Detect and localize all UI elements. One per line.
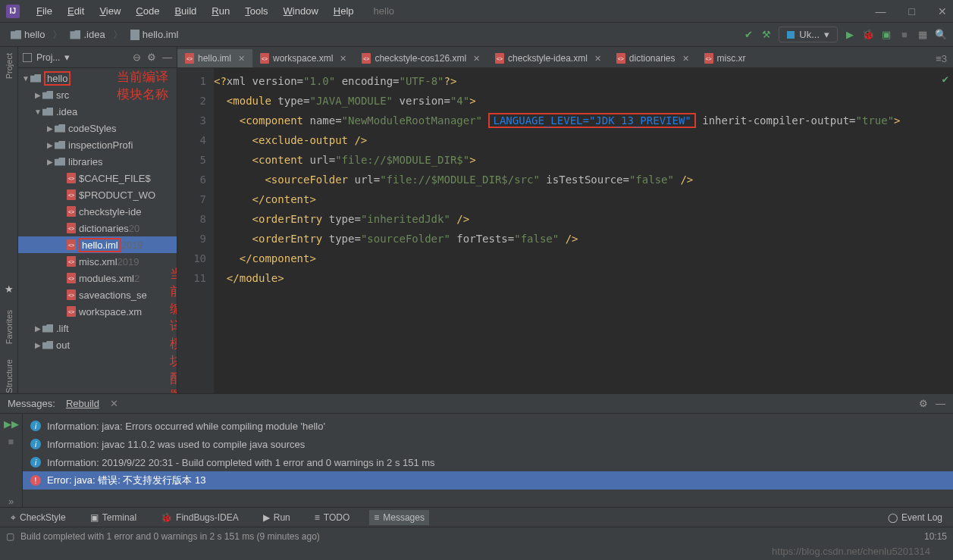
- maximize-button[interactable]: □: [909, 5, 915, 17]
- menu-view[interactable]: View: [92, 2, 128, 20]
- tree-item[interactable]: ▶inspectionProfi: [18, 136, 177, 153]
- chevron-down-icon[interactable]: ▾: [64, 52, 70, 63]
- annotation: 当前编译模块名称: [117, 68, 177, 103]
- minimize-button[interactable]: —: [876, 5, 886, 17]
- window-title: hello: [374, 5, 394, 17]
- menu-edit[interactable]: Edit: [60, 2, 92, 20]
- rail-favorites[interactable]: Favorites: [5, 310, 14, 344]
- run-button[interactable]: ▶: [844, 29, 856, 41]
- folder-icon: [42, 91, 53, 99]
- close-icon[interactable]: ✕: [682, 54, 689, 64]
- event-log-button[interactable]: ◯ Event Log: [883, 510, 947, 525]
- rail-structure[interactable]: Structure: [5, 359, 14, 393]
- close-tab-icon[interactable]: ✕: [110, 398, 118, 409]
- rail-project[interactable]: Project: [5, 53, 14, 79]
- editor-tab[interactable]: <>misc.xr: [697, 49, 754, 67]
- checkmark-icon[interactable]: ✔: [742, 29, 754, 41]
- tree-item[interactable]: <>$CACHE_FILE$: [18, 170, 177, 186]
- menu-tools[interactable]: Tools: [237, 2, 275, 20]
- breadcrumb-item[interactable]: hello: [6, 27, 49, 42]
- editor-tab[interactable]: <>hello.iml✕: [177, 49, 252, 67]
- menu-help[interactable]: Help: [326, 2, 362, 20]
- close-icon[interactable]: ✕: [238, 54, 245, 64]
- close-icon[interactable]: ✕: [340, 54, 346, 64]
- breadcrumb-item[interactable]: hello.iml: [126, 27, 183, 42]
- tree-item[interactable]: <>workspace.xm: [18, 303, 177, 320]
- tree-item[interactable]: ▶libraries: [18, 153, 177, 170]
- tool-tab-messages[interactable]: ≡Messages: [369, 510, 429, 525]
- coverage-button[interactable]: ▣: [880, 29, 892, 41]
- app-icon: IJ: [6, 5, 20, 18]
- left-tool-rail: Project ★ Favorites Structure: [0, 47, 18, 393]
- rerun-icon[interactable]: ▶▶: [4, 418, 19, 430]
- menu-run[interactable]: Run: [204, 2, 237, 20]
- tool-tab-todo[interactable]: ≡TODO: [310, 510, 354, 525]
- folder-icon: [42, 341, 53, 349]
- gutter: 1234567891011: [177, 68, 214, 393]
- star-icon[interactable]: ★: [5, 283, 14, 295]
- message-row[interactable]: iInformation: javac 11.0.2 was used to c…: [23, 435, 953, 453]
- tool-tab-terminal[interactable]: ▣Terminal: [86, 510, 141, 525]
- editor-tab[interactable]: <>checkstyle-idea.xml✕: [487, 49, 609, 67]
- status-icon[interactable]: ▢: [6, 531, 14, 542]
- close-icon[interactable]: ✕: [473, 54, 480, 64]
- editor-tab[interactable]: <>checkstyle-cos126.xml✕: [354, 49, 487, 67]
- xml-icon: <>: [67, 173, 76, 183]
- panels-button[interactable]: ▦: [917, 29, 929, 41]
- xml-icon: <>: [495, 53, 504, 64]
- tree-item[interactable]: ▼.idea: [18, 103, 177, 120]
- folder-icon: [42, 108, 53, 116]
- tool-tab-checkstyle[interactable]: ⌖CheckStyle: [6, 510, 71, 525]
- info-icon: i: [30, 457, 41, 468]
- message-row[interactable]: iInformation: java: Errors occurred whil…: [23, 417, 953, 435]
- message-row[interactable]: iInformation: 2019/9/22 20:31 - Build co…: [23, 453, 953, 471]
- tree-item[interactable]: ▶codeStyles: [18, 120, 177, 136]
- stop-button[interactable]: ■: [898, 29, 911, 41]
- menu-window[interactable]: Window: [276, 2, 326, 20]
- checkstyle-icon: ⌖: [11, 512, 16, 523]
- hammer-icon[interactable]: ⚒: [760, 29, 773, 41]
- editor-tab[interactable]: <>dictionaries✕: [609, 49, 697, 67]
- chevron-down-icon: ▾: [824, 29, 829, 40]
- stop-icon[interactable]: ■: [8, 436, 14, 447]
- debug-button[interactable]: 🐞: [862, 29, 874, 41]
- tree-item[interactable]: <>checkstyle-ide: [18, 203, 177, 220]
- collapse-icon[interactable]: ⊖: [133, 52, 141, 63]
- folder-icon: [11, 30, 21, 39]
- project-tree[interactable]: ▼hello▶src▼.idea▶codeStyles▶inspectionPr…: [18, 68, 177, 393]
- tool-tab-run[interactable]: ▶Run: [259, 510, 295, 525]
- tree-item[interactable]: <>misc.xml 2019: [18, 253, 177, 270]
- hide-icon[interactable]: —: [162, 52, 172, 63]
- tree-item[interactable]: ▶out: [18, 336, 177, 353]
- menu-code[interactable]: Code: [128, 2, 167, 20]
- messages-icon: ≡: [374, 512, 379, 523]
- xml-icon: <>: [67, 239, 76, 250]
- tree-item[interactable]: <>hello.iml 2019: [18, 236, 177, 253]
- menu-file[interactable]: File: [29, 2, 60, 20]
- message-row[interactable]: !Error: java: 错误: 不支持发行版本 13: [23, 471, 953, 490]
- breadcrumb-indicator[interactable]: ≡3: [929, 50, 953, 67]
- close-icon[interactable]: ✕: [594, 54, 601, 64]
- tree-item[interactable]: <>saveactions_se: [18, 286, 177, 303]
- hide-icon[interactable]: —: [936, 398, 945, 409]
- messages-list[interactable]: iInformation: java: Errors occurred whil…: [23, 414, 953, 507]
- tree-item[interactable]: <>$PRODUCT_WO: [18, 186, 177, 203]
- gear-icon[interactable]: ⚙: [919, 398, 928, 409]
- breadcrumb: hello〉.idea〉hello.iml: [6, 27, 183, 42]
- code-editor[interactable]: 1234567891011 <?xml version="1.0" encodi…: [177, 68, 953, 393]
- menu-build[interactable]: Build: [167, 2, 204, 20]
- tool-tab-findbugs-idea[interactable]: 🐞FindBugs-IDEA: [156, 510, 243, 525]
- editor-tab[interactable]: <>workspace.xml✕: [252, 49, 354, 67]
- run-config-selector[interactable]: Uk... ▾: [779, 27, 838, 42]
- expand-icon[interactable]: »: [8, 496, 14, 507]
- tree-item[interactable]: <>dictionaries 20: [18, 220, 177, 236]
- gear-icon[interactable]: ⚙: [147, 52, 156, 63]
- code-content[interactable]: <?xml version="1.0" encoding="UTF-8"?> <…: [214, 68, 953, 393]
- tree-item[interactable]: ▶.lift: [18, 320, 177, 336]
- close-button[interactable]: ✕: [938, 5, 947, 17]
- search-button[interactable]: 🔍: [935, 29, 947, 41]
- toolbar: hello〉.idea〉hello.iml ✔ ⚒ Uk... ▾ ▶ 🐞 ▣ …: [0, 23, 953, 47]
- breadcrumb-item[interactable]: .idea: [65, 27, 109, 42]
- tree-item[interactable]: <>modules.xml 2: [18, 270, 177, 286]
- messages-tab-rebuild[interactable]: Rebuild: [66, 398, 99, 409]
